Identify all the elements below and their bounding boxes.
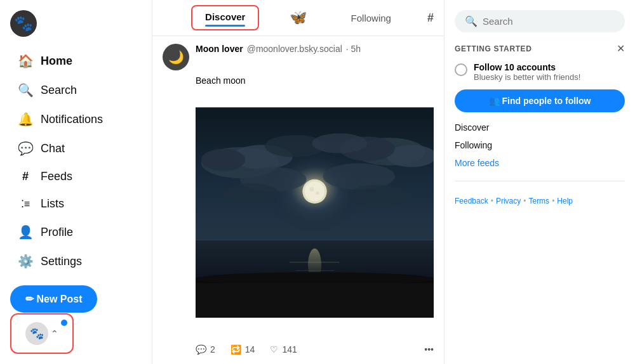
sidebar-label-chat: Chat — [41, 142, 65, 155]
repost-icon: 🔁 — [231, 344, 241, 354]
sidebar-label-settings: Settings — [41, 255, 82, 268]
profile-icon: 👤 — [18, 224, 33, 240]
svg-point-9 — [312, 133, 367, 153]
footer-terms[interactable]: Terms — [528, 197, 549, 205]
svg-point-17 — [316, 192, 319, 195]
post-actions: 💬 2 🔁 14 ♡ 141 ••• — [163, 342, 434, 357]
svg-point-12 — [224, 183, 279, 203]
new-post-label: ✏ New Post — [25, 293, 82, 305]
main-content: Discover Following 🦋 # 🌙 Moon lover — [152, 0, 444, 364]
svg-rect-26 — [196, 283, 434, 318]
sidebar-item-feeds[interactable]: # Feeds — [10, 164, 142, 190]
more-button[interactable]: ••• — [424, 342, 434, 357]
link-more-feeds[interactable]: More feeds — [455, 155, 625, 171]
post-meta: Moon lover @moonlover.bsky.social · 5h — [196, 44, 434, 54]
gs-follow-subtitle: Bluesky is better with friends! — [474, 72, 580, 82]
sidebar-label-home: Home — [41, 55, 72, 68]
post: 🌙 Moon lover @moonlover.bsky.social · 5h… — [152, 36, 444, 364]
post-text: Beach moon — [163, 75, 434, 86]
tab-discover[interactable]: Discover — [191, 5, 259, 30]
user-card[interactable]: 🐾 ⌃ — [10, 313, 74, 354]
sidebar-item-settings[interactable]: ⚙️ Settings — [10, 247, 142, 275]
getting-started: GETTING STARTED ✕ Follow 10 accounts Blu… — [455, 42, 625, 205]
footer-help[interactable]: Help — [557, 197, 573, 205]
feeds-icon: # — [18, 170, 33, 183]
comment-count: 2 — [210, 344, 215, 354]
lists-icon: ⁚≡ — [18, 198, 33, 210]
gs-follow-text: Follow 10 accounts Bluesky is better wit… — [474, 62, 580, 82]
comment-icon: 💬 — [196, 344, 206, 354]
home-icon: 🏠 — [18, 53, 33, 68]
post-avatar[interactable]: 🌙 — [163, 44, 189, 70]
sidebar-item-chat[interactable]: 💬 Chat — [10, 134, 142, 162]
feed-header: Discover Following 🦋 # — [152, 0, 444, 36]
tab-following[interactable]: Following — [338, 8, 404, 29]
sidebar-label-feeds: Feeds — [41, 170, 72, 183]
like-button[interactable]: ♡ 141 — [270, 342, 297, 357]
footer-feedback[interactable]: Feedback — [455, 197, 488, 205]
sidebar-label-profile: Profile — [41, 226, 73, 239]
gs-follow-title: Follow 10 accounts — [474, 62, 580, 72]
sidebar-label-notifications: Notifications — [41, 113, 103, 126]
post-author-handle: @moonlover.bsky.social — [247, 44, 342, 54]
post-image — [196, 92, 434, 335]
gs-header: GETTING STARTED ✕ — [455, 42, 625, 55]
heart-icon: ♡ — [270, 344, 278, 354]
repost-count: 14 — [245, 344, 255, 354]
search-box: 🔍 — [455, 10, 625, 32]
gs-close-button[interactable]: ✕ — [617, 42, 625, 55]
sidebar: 🐾 🏠 Home 🔍 Search 🔔 Notifications 💬 Chat… — [0, 0, 152, 364]
post-header: 🌙 Moon lover @moonlover.bsky.social · 5h — [163, 44, 434, 70]
post-author-name: Moon lover — [196, 44, 243, 54]
repost-button[interactable]: 🔁 14 — [231, 342, 255, 357]
svg-point-15 — [305, 181, 324, 201]
chevron-up-icon: ⌃ — [51, 328, 58, 339]
sidebar-item-notifications[interactable]: 🔔 Notifications — [10, 105, 142, 133]
post-time: · 5h — [346, 44, 361, 54]
post-author: Moon lover @moonlover.bsky.social · 5h — [196, 44, 434, 54]
sidebar-label-search: Search — [41, 84, 77, 97]
gs-follow-item: Follow 10 accounts Bluesky is better wit… — [455, 62, 625, 82]
discover-tab-label: Discover — [205, 11, 245, 22]
beach-moon-image — [196, 92, 434, 333]
search-icon: 🔍 — [18, 82, 33, 98]
notification-dot — [61, 320, 67, 326]
gs-follow-icon — [455, 63, 467, 76]
right-links: Discover Following More feeds — [455, 120, 625, 171]
avatar: 🐾 — [25, 322, 48, 345]
feed-tabs: Discover Following — [152, 0, 444, 36]
footer-privacy[interactable]: Privacy — [496, 197, 521, 205]
link-discover[interactable]: Discover — [455, 120, 625, 135]
sidebar-bottom: 🐾 ⌃ — [10, 313, 142, 354]
sidebar-item-home[interactable]: 🏠 Home — [10, 47, 142, 75]
settings-icon: ⚙️ — [18, 254, 33, 269]
sidebar-nav: 🏠 Home 🔍 Search 🔔 Notifications 💬 Chat #… — [10, 47, 142, 275]
sidebar-logo[interactable]: 🐾 — [10, 10, 37, 37]
svg-point-16 — [310, 187, 314, 192]
gs-title: GETTING STARTED — [455, 44, 531, 53]
right-panel: 🔍 GETTING STARTED ✕ Follow 10 accounts B… — [444, 0, 635, 364]
like-count: 141 — [282, 344, 297, 354]
svg-point-4 — [201, 149, 246, 171]
hashtag-icon[interactable]: # — [427, 11, 434, 25]
following-tab-label: Following — [351, 13, 391, 23]
bell-icon: 🔔 — [18, 112, 33, 127]
sidebar-label-lists: Lists — [41, 197, 64, 211]
sidebar-item-lists[interactable]: ⁚≡ Lists — [10, 191, 142, 217]
sidebar-item-search[interactable]: 🔍 Search — [10, 76, 142, 104]
find-people-button[interactable]: 👥 Find people to follow — [455, 89, 625, 112]
search-icon: 🔍 — [465, 15, 478, 27]
footer-links: Feedback • Privacy • Terms • Help — [455, 197, 625, 205]
more-icon: ••• — [424, 344, 434, 354]
svg-point-13 — [348, 185, 409, 207]
divider — [455, 181, 625, 181]
sidebar-item-profile[interactable]: 👤 Profile — [10, 218, 142, 246]
link-following[interactable]: Following — [455, 138, 625, 153]
find-people-label: 👥 Find people to follow — [489, 96, 591, 106]
search-input[interactable] — [483, 16, 615, 27]
chat-icon: 💬 — [18, 141, 33, 156]
comment-button[interactable]: 💬 2 — [196, 342, 215, 357]
new-post-button[interactable]: ✏ New Post — [10, 285, 97, 313]
